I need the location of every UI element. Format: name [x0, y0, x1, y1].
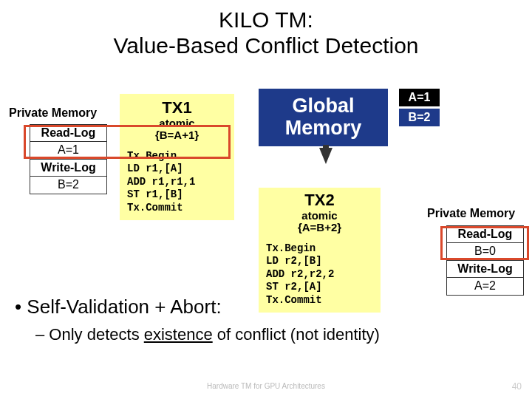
bullet-2-pre: – Only detects: [35, 325, 144, 344]
bullet-2-underline: existence: [144, 325, 213, 344]
read-log-value: A=1: [30, 142, 107, 159]
private-memory-right-label: Private Memory: [427, 207, 515, 220]
private-memory-left: Read-Log A=1 Write-Log B=2: [30, 124, 107, 194]
arrow-down-icon: [319, 148, 332, 164]
tx1-atomic-2: {B=A+1}: [127, 129, 227, 141]
tx2-code: Tx.Begin LD r2,[B] ADD r2,r2,2 ST r2,[A]…: [266, 242, 373, 307]
bullet-2: – Only detects existence of conflict (no…: [35, 325, 380, 344]
tx1-box: TX1 atomic {B=A+1} Tx.Begin LD r1,[A] AD…: [120, 94, 234, 220]
tx2-atomic-1: atomic: [266, 210, 373, 222]
write-log-value-right: A=2: [446, 278, 524, 295]
tx2-box: TX2 atomic {A=B+2} Tx.Begin LD r2,[B] AD…: [259, 188, 381, 313]
private-memory-left-label: Private Memory: [9, 106, 97, 120]
read-log-value-right: B=0: [446, 243, 524, 260]
title-line-2: Value-Based Conflict Detection: [114, 33, 419, 58]
tx2-atomic-2: {A=B+2}: [266, 222, 373, 233]
tx1-code: Tx.Begin LD r1,[A] ADD r1,r1,1 ST r1,[B]…: [127, 150, 227, 215]
read-log-header-right: Read-Log: [446, 225, 524, 243]
gm-a: A=1: [399, 89, 440, 106]
bullet-1: • Self-Validation + Abort:: [15, 296, 222, 318]
page-number: 40: [512, 381, 522, 392]
global-memory-values: A=1 B=2: [399, 89, 440, 126]
slide-footer: Hardware TM for GPU Architectures: [0, 382, 532, 390]
tx1-title: TX1: [127, 98, 227, 117]
tx2-title: TX2: [266, 191, 373, 210]
write-log-value: B=2: [30, 177, 107, 194]
bullet-2-post: of conflict (not identity): [213, 325, 380, 344]
private-memory-right: Read-Log B=0 Write-Log A=2: [446, 225, 524, 296]
global-memory-box: Global Memory: [259, 89, 388, 146]
write-log-header: Write-Log: [30, 160, 107, 177]
global-memory-label: Global Memory: [285, 95, 362, 139]
slide-title: KILO TM: Value-Based Conflict Detection: [0, 7, 532, 58]
write-log-header-right: Write-Log: [446, 261, 524, 278]
gm-b: B=2: [399, 109, 440, 126]
title-line-1: KILO TM:: [219, 7, 313, 32]
tx1-atomic-1: atomic: [127, 117, 227, 129]
read-log-header: Read-Log: [30, 124, 107, 142]
